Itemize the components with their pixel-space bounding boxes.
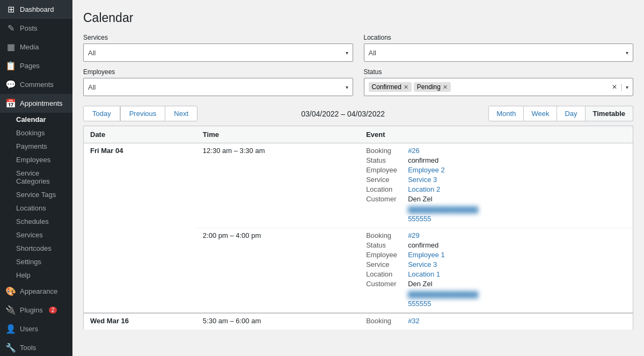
- today-button[interactable]: Today: [83, 106, 120, 121]
- sidebar-item-posts[interactable]: ✎ Posts: [0, 19, 72, 38]
- employees-filter-select[interactable]: All ▾: [83, 78, 353, 96]
- col-header-event: Event: [360, 126, 633, 143]
- sub-item-label: Locations: [16, 204, 46, 212]
- booking-link[interactable]: #29: [408, 231, 420, 239]
- view-month-button[interactable]: Month: [488, 106, 524, 121]
- status-tag-confirmed[interactable]: Confirmed ✕: [369, 82, 412, 92]
- status-filter-group: Status Confirmed ✕ Pending ✕ ✕ | ▾: [364, 68, 634, 96]
- event-cell: Booking #32: [360, 313, 633, 330]
- employees-filter-value: All: [88, 83, 96, 91]
- event-label-service: Service: [366, 176, 404, 184]
- sidebar-item-label: Users: [20, 325, 38, 333]
- posts-icon: ✎: [5, 23, 16, 33]
- sidebar-item-dashboard[interactable]: ⊞ Dashboard: [0, 0, 72, 19]
- event-row-booking: Booking #29: [366, 231, 626, 239]
- sub-item-label: Service Tags: [16, 191, 56, 199]
- sidebar-sub-item-service-categories[interactable]: Service Categories: [0, 166, 72, 188]
- booking-link[interactable]: #26: [408, 147, 420, 155]
- event-cell: Booking #26 Status confirmed Employee Em…: [360, 143, 633, 228]
- page-title: Calendar: [83, 11, 633, 25]
- sub-item-label: Schedules: [16, 217, 49, 226]
- plugins-icon: 🔌: [5, 305, 16, 315]
- sidebar-item-appearance[interactable]: 🎨 Appearance: [0, 282, 72, 301]
- sidebar-sub-item-help[interactable]: Help: [0, 268, 72, 282]
- previous-button[interactable]: Previous: [120, 106, 165, 121]
- location-link[interactable]: Location 2: [408, 185, 440, 193]
- col-header-time: Time: [196, 126, 360, 143]
- event-row-location: Location Location 1: [366, 270, 626, 278]
- customer-phone-link[interactable]: 555555: [408, 215, 431, 223]
- sidebar-sub-item-service-tags[interactable]: Service Tags: [0, 188, 72, 201]
- customer-phone-link[interactable]: 555555: [408, 300, 431, 308]
- media-icon: ▦: [5, 42, 16, 52]
- sidebar-item-label: Plugins: [20, 306, 43, 314]
- customer-name: Den Zel: [408, 195, 433, 203]
- status-tag-pending[interactable]: Pending ✕: [414, 82, 451, 92]
- services-filter-value: All: [88, 49, 96, 57]
- sidebar-item-comments[interactable]: 💬 Comments: [0, 75, 72, 94]
- sidebar-item-pages[interactable]: 📋 Pages: [0, 56, 72, 75]
- employee-link[interactable]: Employee 2: [408, 166, 445, 174]
- sidebar-sub-item-bookings[interactable]: Bookings: [0, 126, 72, 140]
- location-link[interactable]: Location 1: [408, 270, 440, 278]
- sidebar-sub-item-settings[interactable]: Settings: [0, 255, 72, 268]
- sub-item-label: Settings: [16, 258, 41, 266]
- customer-name: Den Zel: [408, 280, 433, 288]
- event-row-status: Status confirmed: [366, 241, 626, 249]
- view-timetable-button[interactable]: Timetable: [586, 106, 633, 121]
- sidebar-sub-item-locations[interactable]: Locations: [0, 201, 72, 215]
- sidebar-item-tools[interactable]: 🔧 Tools: [0, 338, 72, 356]
- service-link[interactable]: Service 3: [408, 260, 437, 268]
- event-label-booking: Booking: [366, 231, 404, 239]
- sidebar-item-label: Appearance: [20, 287, 57, 295]
- employee-link[interactable]: Employee 1: [408, 251, 445, 259]
- next-button[interactable]: Next: [165, 106, 197, 121]
- status-tag-pending-remove[interactable]: ✕: [443, 84, 448, 91]
- sub-item-label: Service Categories: [16, 169, 67, 185]
- event-row-customer-email: ▓▓▓▓▓▓▓▓▓▓▓▓▓▓▓: [366, 205, 626, 213]
- comments-icon: 💬: [5, 79, 16, 90]
- date-range-display: 03/04/2022 – 04/03/2022: [301, 110, 385, 118]
- filter-row-2: Employees All ▾ Status Confirmed ✕ Pendi…: [83, 68, 633, 96]
- sub-item-label: Help: [16, 271, 31, 279]
- sidebar-item-media[interactable]: ▦ Media: [0, 38, 72, 56]
- locations-filter-select[interactable]: All ▾: [364, 43, 634, 62]
- sidebar-sub-item-calendar[interactable]: Calendar: [0, 113, 72, 126]
- status-filter-select[interactable]: Confirmed ✕ Pending ✕ ✕ | ▾: [364, 78, 634, 96]
- event-row-customer-phone: 555555: [366, 215, 626, 223]
- view-day-button[interactable]: Day: [557, 106, 585, 121]
- status-chevron-icon[interactable]: ▾: [626, 84, 628, 90]
- sub-item-label: Payments: [16, 142, 47, 150]
- sidebar-item-label: Appointments: [20, 99, 63, 107]
- service-link[interactable]: Service 3: [408, 176, 437, 184]
- table-row: Fri Mar 04 12:30 am – 3:30 am Booking #2…: [84, 143, 633, 228]
- status-separator: |: [620, 83, 623, 91]
- sidebar-sub-item-schedules[interactable]: Schedules: [0, 215, 72, 228]
- event-label-empty2: [366, 300, 404, 308]
- event-label-location: Location: [366, 270, 404, 278]
- sidebar-sub-item-payments[interactable]: Payments: [0, 140, 72, 153]
- event-value-status: confirmed: [408, 156, 438, 164]
- event-row-employee: Employee Employee 2: [366, 166, 626, 174]
- services-chevron-icon: ▾: [346, 50, 348, 56]
- view-buttons: Month Week Day Timetable: [488, 106, 633, 121]
- sidebar-item-plugins[interactable]: 🔌 Plugins 2: [0, 301, 72, 319]
- status-clear-all[interactable]: ✕: [612, 83, 617, 91]
- view-week-button[interactable]: Week: [524, 106, 557, 121]
- event-row-employee: Employee Employee 1: [366, 251, 626, 259]
- sidebar-sub-item-employees[interactable]: Employees: [0, 153, 72, 166]
- sidebar-item-users[interactable]: 👤 Users: [0, 319, 72, 338]
- event-label-booking: Booking: [366, 147, 404, 155]
- sidebar-sub-item-services[interactable]: Services: [0, 228, 72, 242]
- services-filter-select[interactable]: All ▾: [83, 43, 353, 62]
- sidebar-sub-item-shortcodes[interactable]: Shortcodes: [0, 242, 72, 255]
- customer-email-blurred: ▓▓▓▓▓▓▓▓▓▓▓▓▓▓▓: [408, 206, 478, 213]
- tools-icon: 🔧: [5, 343, 16, 353]
- employees-chevron-icon: ▾: [346, 84, 348, 90]
- sidebar-item-label: Posts: [20, 24, 38, 32]
- users-icon: 👤: [5, 324, 16, 334]
- time-cell: 12:30 am – 3:30 am: [196, 143, 360, 228]
- booking-link[interactable]: #32: [408, 317, 420, 325]
- status-tag-confirmed-remove[interactable]: ✕: [404, 84, 408, 91]
- sidebar-item-appointments[interactable]: 📅 Appointments: [0, 94, 72, 113]
